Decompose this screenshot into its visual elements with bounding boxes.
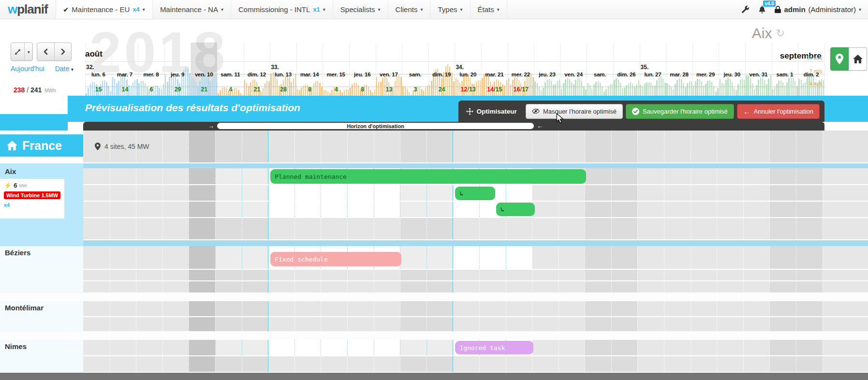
- grid-cell[interactable]: [268, 131, 294, 162]
- grid-cell[interactable]: [743, 356, 770, 372]
- grid-cell[interactable]: [559, 356, 585, 372]
- grid-cell[interactable]: [242, 356, 268, 372]
- grid-cell[interactable]: [374, 202, 400, 217]
- grid-cell[interactable]: [400, 340, 427, 355]
- grid-cell[interactable]: [717, 246, 743, 269]
- grid-cell[interactable]: [83, 202, 110, 217]
- grid-cell[interactable]: [743, 270, 770, 280]
- grid-cell[interactable]: [769, 301, 796, 316]
- grid-cell[interactable]: [242, 301, 268, 316]
- grid-cell[interactable]: [453, 281, 479, 292]
- grid-cell[interactable]: [506, 356, 532, 372]
- grid-cell[interactable]: [559, 202, 585, 217]
- grid-cell[interactable]: [321, 356, 347, 372]
- grid-cell[interactable]: [585, 270, 611, 280]
- grid-cell[interactable]: [506, 131, 532, 162]
- grid-cell[interactable]: [347, 185, 374, 201]
- grid-cell[interactable]: [215, 131, 242, 162]
- grid-cell[interactable]: [453, 131, 479, 162]
- grid-cell[interactable]: [717, 202, 743, 217]
- grid-cell[interactable]: [637, 340, 664, 355]
- grid-cell[interactable]: [427, 356, 453, 372]
- grid-cell[interactable]: [769, 202, 796, 217]
- grid-cell[interactable]: [347, 218, 374, 239]
- grid-cell[interactable]: [796, 168, 823, 184]
- refresh-icon[interactable]: ↻: [776, 27, 784, 40]
- grid-cell[interactable]: [268, 356, 294, 372]
- grid-cell[interactable]: [717, 218, 743, 239]
- nav-item-commissioning-intl[interactable]: Commissioning - INTLx1▾: [231, 0, 333, 19]
- grid-cell[interactable]: [769, 168, 796, 184]
- grid-cell[interactable]: [268, 202, 294, 217]
- grid-cell[interactable]: [796, 356, 823, 372]
- nav-item-types[interactable]: Types▾: [430, 0, 470, 19]
- grid-cell[interactable]: [268, 317, 294, 331]
- grid-cell[interactable]: [796, 131, 823, 162]
- grid-cell[interactable]: [162, 185, 189, 201]
- grid-cell[interactable]: [453, 301, 479, 316]
- grid-cell[interactable]: [400, 281, 427, 292]
- grid-cell[interactable]: [611, 202, 638, 217]
- grid-cell[interactable]: [611, 340, 638, 355]
- grid-cell[interactable]: [691, 131, 717, 162]
- grid-cell[interactable]: [374, 185, 400, 201]
- grid-cell[interactable]: [242, 185, 268, 201]
- grid-cell[interactable]: [664, 270, 691, 280]
- grid-cell[interactable]: [427, 185, 453, 201]
- grid-cell[interactable]: [611, 168, 638, 184]
- grid-cell[interactable]: [347, 317, 374, 331]
- grid-cell[interactable]: [374, 281, 400, 292]
- grid-cell[interactable]: [585, 301, 611, 316]
- grid-cell[interactable]: [453, 270, 479, 280]
- grid-cell[interactable]: [321, 131, 347, 162]
- grid-cell[interactable]: [664, 185, 691, 201]
- grid-cell[interactable]: [347, 270, 374, 280]
- grid-cell[interactable]: [637, 246, 664, 269]
- grid-cell[interactable]: [532, 281, 559, 292]
- asset-badge[interactable]: Wind Turbine 1.5MW: [4, 191, 60, 199]
- horizon-range-slider[interactable]: Horizon d'optimisation: [217, 123, 534, 129]
- grid-cell[interactable]: [110, 168, 136, 184]
- grid-cell[interactable]: [374, 317, 400, 331]
- grid-cell[interactable]: [347, 202, 374, 217]
- grid-cell[interactable]: [110, 185, 136, 201]
- horizon-end-arrow-icon[interactable]: ←: [537, 122, 543, 130]
- grid-cell[interactable]: [769, 246, 796, 269]
- grid-cell[interactable]: [242, 317, 268, 331]
- grid-cell[interactable]: [268, 301, 294, 316]
- grid-cell[interactable]: [479, 246, 506, 269]
- grid-cell[interactable]: [427, 270, 453, 280]
- grid-cell[interactable]: [136, 340, 162, 355]
- grid-cell[interactable]: [136, 317, 162, 331]
- grid-cell[interactable]: [110, 202, 136, 217]
- hide-optimized-schedule-button[interactable]: Masquer l'horaire optimisé: [526, 104, 623, 119]
- grid-cell[interactable]: [532, 246, 559, 269]
- grid-cell[interactable]: [585, 218, 611, 239]
- grid-cell[interactable]: [162, 218, 189, 239]
- grid-cell[interactable]: [189, 185, 215, 201]
- sidebar-group-france[interactable]: France: [0, 134, 83, 157]
- grid-cell[interactable]: [321, 270, 347, 280]
- grid-cell[interactable]: [347, 340, 374, 355]
- grid-cell[interactable]: [611, 246, 638, 269]
- site-label-aix[interactable]: Aix: [5, 167, 16, 175]
- grid-cell[interactable]: [83, 185, 110, 201]
- grid-cell[interactable]: [215, 356, 242, 372]
- grid-cell[interactable]: [347, 356, 374, 372]
- grid-cell[interactable]: [294, 340, 321, 355]
- grid-cell[interactable]: [242, 281, 268, 292]
- grid-cell[interactable]: [162, 356, 189, 372]
- map-pin-button[interactable]: [830, 47, 849, 71]
- grid-cell[interactable]: [664, 301, 691, 316]
- grid-cell[interactable]: [162, 301, 189, 316]
- grid-cell[interactable]: [215, 202, 242, 217]
- grid-cell[interactable]: [637, 270, 664, 280]
- grid-cell[interactable]: [479, 356, 506, 372]
- grid-cell[interactable]: [743, 317, 770, 331]
- grid-cell[interactable]: [136, 281, 162, 292]
- grid-cell[interactable]: [427, 301, 453, 316]
- grid-cell[interactable]: [743, 281, 770, 292]
- grid-cell[interactable]: [162, 317, 189, 331]
- grid-cell[interactable]: [215, 218, 242, 239]
- grid-cell[interactable]: [268, 218, 294, 239]
